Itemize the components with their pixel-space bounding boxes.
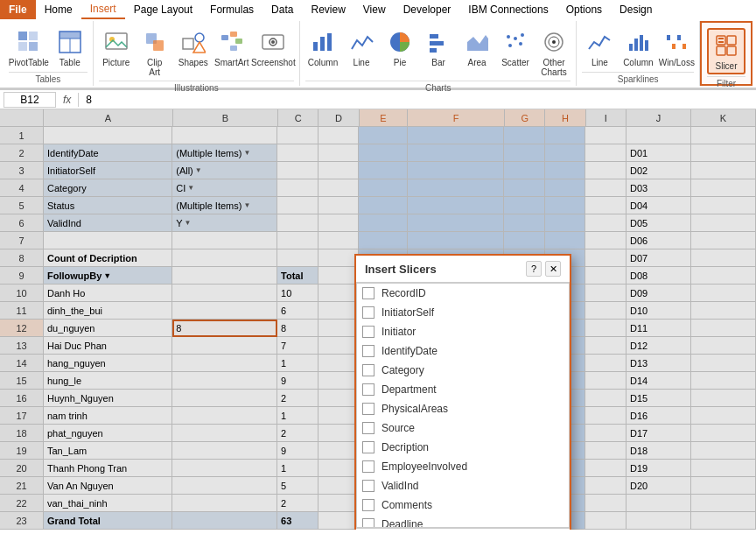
- tables-group-label: Tables: [9, 72, 88, 84]
- picture-button[interactable]: Picture: [99, 26, 134, 69]
- bar-chart-label: Bar: [431, 58, 445, 67]
- slicer-checkbox-PhysicalAreas[interactable]: [362, 403, 374, 415]
- picture-icon: [102, 28, 130, 56]
- area-chart-button[interactable]: Area: [459, 26, 494, 69]
- menu-tab-file[interactable]: File: [0, 0, 36, 19]
- other-charts-button[interactable]: Other Charts: [536, 26, 571, 79]
- slicer-button[interactable]: Slicer: [707, 28, 746, 74]
- modal-close-button[interactable]: ✕: [545, 261, 561, 277]
- table-label: Table: [60, 58, 80, 67]
- slicer-checkbox-Comments[interactable]: [362, 499, 374, 511]
- menu-tab-design[interactable]: Design: [611, 0, 661, 19]
- svg-rect-0: [18, 32, 27, 40]
- sparkline-winloss-label: Win/Loss: [659, 58, 695, 67]
- slicer-item-IdentifyDate[interactable]: IdentifyDate: [357, 341, 569, 361]
- slicer-label-Comments: Comments: [382, 499, 432, 511]
- slicer-item-ValidInd[interactable]: ValidInd: [357, 476, 569, 495]
- shapes-label: Shapes: [178, 58, 208, 67]
- svg-point-34: [521, 33, 524, 37]
- clip-art-button[interactable]: Clip Art: [137, 26, 172, 79]
- svg-rect-26: [430, 34, 438, 39]
- formula-input[interactable]: [82, 93, 752, 107]
- bar-chart-button[interactable]: Bar: [421, 26, 456, 69]
- svg-rect-47: [718, 38, 724, 39]
- menu-tab-developer[interactable]: Developer: [395, 0, 460, 19]
- clip-art-label: Clip Art: [141, 58, 169, 77]
- pie-chart-button[interactable]: Pie: [382, 26, 417, 69]
- modal-footer: OK Cancel: [356, 528, 570, 530]
- svg-rect-28: [430, 48, 437, 53]
- slicer-item-Deadline[interactable]: Deadline: [357, 515, 569, 528]
- slicer-item-PhysicalAreas[interactable]: PhysicalAreas: [357, 399, 569, 418]
- column-chart-label: Column: [308, 58, 338, 67]
- scatter-chart-button[interactable]: Scatter: [498, 26, 533, 69]
- svg-rect-50: [717, 46, 725, 55]
- slicer-checkbox-ValidInd[interactable]: [362, 480, 374, 492]
- slicer-checkbox-EmployeeInvolved[interactable]: [362, 460, 374, 473]
- slicer-item-Decription[interactable]: Decription: [357, 438, 569, 457]
- cell-reference-input[interactable]: [4, 92, 56, 108]
- column-chart-button[interactable]: Column: [305, 26, 340, 69]
- slicer-checkbox-RecordID[interactable]: [362, 287, 374, 299]
- smartart-button[interactable]: SmartArt: [214, 26, 249, 69]
- modal-help-button[interactable]: ?: [526, 261, 542, 277]
- sparkline-winloss-button[interactable]: Win/Loss: [659, 26, 694, 69]
- slicer-label-IdentifyDate: IdentifyDate: [382, 345, 438, 357]
- svg-rect-51: [727, 46, 736, 55]
- sparkline-column-button[interactable]: Column: [620, 26, 655, 69]
- slicer-item-Comments[interactable]: Comments: [357, 495, 569, 515]
- menu-tab-ibm[interactable]: IBM Connections: [459, 0, 556, 19]
- menu-tab-formulas[interactable]: Formulas: [201, 0, 262, 19]
- modal-overlay: Insert Slicers ? ✕ RecordID InitiatorSel…: [0, 109, 756, 530]
- svg-rect-1: [29, 32, 38, 40]
- svg-point-32: [519, 42, 522, 46]
- table-button[interactable]: Table: [52, 26, 88, 69]
- svg-rect-45: [682, 44, 686, 49]
- pivot-table-button[interactable]: PivotTable: [9, 26, 49, 69]
- slicer-item-InitiatorSelf[interactable]: InitiatorSelf: [357, 303, 569, 322]
- sparkline-winloss-icon: [662, 28, 690, 56]
- area-chart-label: Area: [467, 58, 486, 67]
- menu-tab-home[interactable]: Home: [36, 0, 81, 19]
- menu-tab-insert[interactable]: Insert: [81, 0, 125, 19]
- svg-rect-44: [677, 35, 681, 40]
- svg-rect-17: [235, 39, 242, 44]
- slicer-item-Source[interactable]: Source: [357, 418, 569, 438]
- screenshot-button[interactable]: Screenshot: [253, 26, 294, 69]
- slicer-checkbox-Source[interactable]: [362, 422, 374, 434]
- slicer-checkbox-Deadline[interactable]: [362, 518, 374, 528]
- slicer-item-RecordID[interactable]: RecordID: [357, 284, 569, 303]
- sparkline-line-button[interactable]: Line: [582, 26, 617, 69]
- svg-rect-38: [629, 44, 633, 51]
- slicer-list: RecordID InitiatorSelf Initiator Identif…: [357, 284, 569, 528]
- svg-rect-7: [60, 32, 80, 39]
- menu-tab-data[interactable]: Data: [262, 0, 302, 19]
- slicer-checkbox-IdentifyDate[interactable]: [362, 345, 374, 357]
- slicer-label: Slicer: [715, 61, 737, 71]
- menu-tab-options[interactable]: Options: [557, 0, 611, 19]
- slicer-checkbox-Category[interactable]: [362, 364, 374, 376]
- smartart-icon: [218, 28, 246, 56]
- slicer-checkbox-Department[interactable]: [362, 383, 374, 396]
- svg-rect-16: [230, 32, 237, 37]
- slicer-item-Initiator[interactable]: Initiator: [357, 322, 569, 341]
- slicer-list-scroll[interactable]: RecordID InitiatorSelf Initiator Identif…: [356, 283, 570, 528]
- slicer-icon: [712, 32, 740, 60]
- slicer-item-EmployeeInvolved[interactable]: EmployeeInvolved: [357, 457, 569, 476]
- shapes-button[interactable]: Shapes: [176, 26, 211, 69]
- slicer-item-Department[interactable]: Department: [357, 380, 569, 399]
- menu-tabs: File Home Insert Page Layout Formulas Da…: [0, 0, 756, 19]
- modal-header: Insert Slicers ? ✕: [356, 256, 570, 283]
- line-chart-button[interactable]: Line: [344, 26, 379, 69]
- slicer-label-Source: Source: [382, 422, 415, 434]
- slicer-label-Department: Department: [382, 383, 437, 396]
- svg-rect-46: [717, 36, 725, 45]
- menu-tab-view[interactable]: View: [354, 0, 395, 19]
- slicer-checkbox-Initiator[interactable]: [362, 326, 374, 338]
- menu-tab-pagelayout[interactable]: Page Layout: [125, 0, 201, 19]
- menu-tab-review[interactable]: Review: [302, 0, 354, 19]
- slicer-checkbox-Decription[interactable]: [362, 441, 374, 453]
- sparklines-group-label: Sparklines: [582, 72, 694, 84]
- slicer-checkbox-InitiatorSelf[interactable]: [362, 306, 374, 319]
- slicer-item-Category[interactable]: Category: [357, 361, 569, 380]
